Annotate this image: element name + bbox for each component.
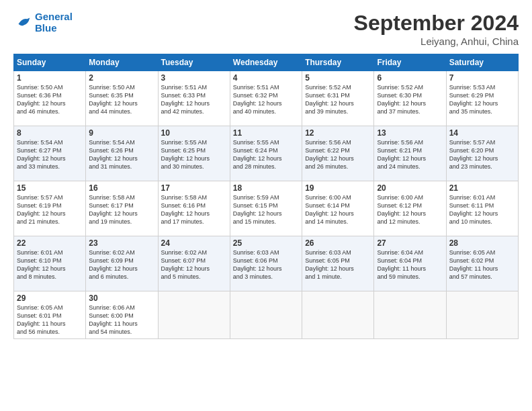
day-info: Sunrise: 5:55 AM Sunset: 6:25 PM Dayligh… [161,138,227,171]
day-info: Sunrise: 5:56 AM Sunset: 6:22 PM Dayligh… [305,138,371,171]
day-info: Sunrise: 5:55 AM Sunset: 6:24 PM Dayligh… [233,138,299,171]
day-info: Sunrise: 5:53 AM Sunset: 6:29 PM Dayligh… [449,83,515,116]
table-row: 27Sunrise: 6:04 AM Sunset: 6:04 PM Dayli… [374,236,446,291]
table-row: 10Sunrise: 5:55 AM Sunset: 6:25 PM Dayli… [158,126,230,181]
day-info: Sunrise: 5:57 AM Sunset: 6:19 PM Dayligh… [17,193,83,226]
table-row: 7Sunrise: 5:53 AM Sunset: 6:29 PM Daylig… [446,71,518,126]
table-row: 22Sunrise: 6:01 AM Sunset: 6:10 PM Dayli… [14,236,86,291]
header: General Blue September 2024 Leiyang, Anh… [13,11,519,47]
day-info: Sunrise: 6:05 AM Sunset: 6:01 PM Dayligh… [17,304,83,336]
day-info: Sunrise: 5:50 AM Sunset: 6:35 PM Dayligh… [89,83,154,116]
table-row: 4Sunrise: 5:51 AM Sunset: 6:32 PM Daylig… [230,71,302,126]
col-wednesday: Wednesday [230,54,302,71]
day-number: 8 [17,128,83,138]
day-number: 20 [377,183,443,193]
table-row: 14Sunrise: 5:57 AM Sunset: 6:20 PM Dayli… [446,126,518,181]
day-number: 21 [449,183,515,193]
table-row: 26Sunrise: 6:03 AM Sunset: 6:05 PM Dayli… [302,236,374,291]
day-number: 27 [377,238,443,248]
day-info: Sunrise: 6:01 AM Sunset: 6:10 PM Dayligh… [17,248,83,281]
table-row: 23Sunrise: 6:02 AM Sunset: 6:09 PM Dayli… [86,236,158,291]
table-row: 20Sunrise: 6:00 AM Sunset: 6:12 PM Dayli… [374,181,446,236]
table-row: 30Sunrise: 6:06 AM Sunset: 6:00 PM Dayli… [86,291,158,339]
day-number: 18 [233,183,299,193]
day-info: Sunrise: 6:06 AM Sunset: 6:00 PM Dayligh… [89,304,154,336]
day-info: Sunrise: 6:02 AM Sunset: 6:07 PM Dayligh… [161,248,227,281]
table-row: 12Sunrise: 5:56 AM Sunset: 6:22 PM Dayli… [302,126,374,181]
table-row [230,291,302,339]
col-saturday: Saturday [446,54,518,71]
table-row: 5Sunrise: 5:52 AM Sunset: 6:31 PM Daylig… [302,71,374,126]
table-row: 21Sunrise: 6:01 AM Sunset: 6:11 PM Dayli… [446,181,518,236]
table-row: 9Sunrise: 5:54 AM Sunset: 6:26 PM Daylig… [86,126,158,181]
logo-icon [13,13,32,32]
day-number: 22 [17,238,83,248]
day-info: Sunrise: 6:02 AM Sunset: 6:09 PM Dayligh… [89,248,154,281]
col-sunday: Sunday [14,54,86,71]
day-info: Sunrise: 5:57 AM Sunset: 6:20 PM Dayligh… [449,138,515,171]
day-number: 26 [305,238,371,248]
col-friday: Friday [374,54,446,71]
day-info: Sunrise: 5:52 AM Sunset: 6:31 PM Dayligh… [305,83,371,116]
col-tuesday: Tuesday [158,54,230,71]
day-number: 13 [377,128,443,138]
day-info: Sunrise: 6:05 AM Sunset: 6:02 PM Dayligh… [449,248,515,281]
table-row: 16Sunrise: 5:58 AM Sunset: 6:17 PM Dayli… [86,181,158,236]
day-number: 30 [89,293,154,303]
day-info: Sunrise: 5:59 AM Sunset: 6:15 PM Dayligh… [233,193,299,226]
day-info: Sunrise: 6:03 AM Sunset: 6:06 PM Dayligh… [233,248,299,281]
day-info: Sunrise: 5:56 AM Sunset: 6:21 PM Dayligh… [377,138,443,171]
day-number: 5 [305,73,371,83]
day-info: Sunrise: 6:01 AM Sunset: 6:11 PM Dayligh… [449,193,515,226]
day-info: Sunrise: 5:54 AM Sunset: 6:26 PM Dayligh… [89,138,154,171]
day-info: Sunrise: 5:58 AM Sunset: 6:17 PM Dayligh… [89,193,154,226]
day-number: 16 [89,183,154,193]
col-thursday: Thursday [302,54,374,71]
day-info: Sunrise: 6:00 AM Sunset: 6:14 PM Dayligh… [305,193,371,226]
day-number: 14 [449,128,515,138]
location: Leiyang, Anhui, China [354,36,519,47]
day-info: Sunrise: 5:54 AM Sunset: 6:27 PM Dayligh… [17,138,83,171]
day-number: 6 [377,73,443,83]
month-title: September 2024 [354,11,519,36]
table-row [446,291,518,339]
title-block: September 2024 Leiyang, Anhui, China [354,11,519,47]
day-number: 25 [233,238,299,248]
page: General Blue September 2024 Leiyang, Anh… [0,0,532,411]
day-number: 23 [89,238,154,248]
day-number: 15 [17,183,83,193]
table-row: 18Sunrise: 5:59 AM Sunset: 6:15 PM Dayli… [230,181,302,236]
day-number: 11 [233,128,299,138]
table-row: 13Sunrise: 5:56 AM Sunset: 6:21 PM Dayli… [374,126,446,181]
day-number: 19 [305,183,371,193]
day-number: 7 [449,73,515,83]
day-info: Sunrise: 5:51 AM Sunset: 6:33 PM Dayligh… [161,83,227,116]
day-info: Sunrise: 5:52 AM Sunset: 6:30 PM Dayligh… [377,83,443,116]
table-row: 15Sunrise: 5:57 AM Sunset: 6:19 PM Dayli… [14,181,86,236]
day-info: Sunrise: 6:00 AM Sunset: 6:12 PM Dayligh… [377,193,443,226]
table-row: 8Sunrise: 5:54 AM Sunset: 6:27 PM Daylig… [14,126,86,181]
day-info: Sunrise: 6:04 AM Sunset: 6:04 PM Dayligh… [377,248,443,281]
day-number: 29 [17,293,83,303]
table-row: 19Sunrise: 6:00 AM Sunset: 6:14 PM Dayli… [302,181,374,236]
table-row: 28Sunrise: 6:05 AM Sunset: 6:02 PM Dayli… [446,236,518,291]
day-number: 24 [161,238,227,248]
table-row: 24Sunrise: 6:02 AM Sunset: 6:07 PM Dayli… [158,236,230,291]
day-number: 17 [161,183,227,193]
logo: General Blue [13,11,73,34]
table-row: 29Sunrise: 6:05 AM Sunset: 6:01 PM Dayli… [14,291,86,339]
table-row: 1Sunrise: 5:50 AM Sunset: 6:36 PM Daylig… [14,71,86,126]
table-row: 17Sunrise: 5:58 AM Sunset: 6:16 PM Dayli… [158,181,230,236]
day-number: 10 [161,128,227,138]
day-number: 1 [17,73,83,83]
day-info: Sunrise: 5:50 AM Sunset: 6:36 PM Dayligh… [17,83,83,116]
day-info: Sunrise: 6:03 AM Sunset: 6:05 PM Dayligh… [305,248,371,281]
day-info: Sunrise: 5:51 AM Sunset: 6:32 PM Dayligh… [233,83,299,116]
day-info: Sunrise: 5:58 AM Sunset: 6:16 PM Dayligh… [161,193,227,226]
table-row [302,291,374,339]
table-row [158,291,230,339]
table-row: 11Sunrise: 5:55 AM Sunset: 6:24 PM Dayli… [230,126,302,181]
calendar-table: Sunday Monday Tuesday Wednesday Thursday… [13,54,519,339]
table-row: 2Sunrise: 5:50 AM Sunset: 6:35 PM Daylig… [86,71,158,126]
day-number: 12 [305,128,371,138]
